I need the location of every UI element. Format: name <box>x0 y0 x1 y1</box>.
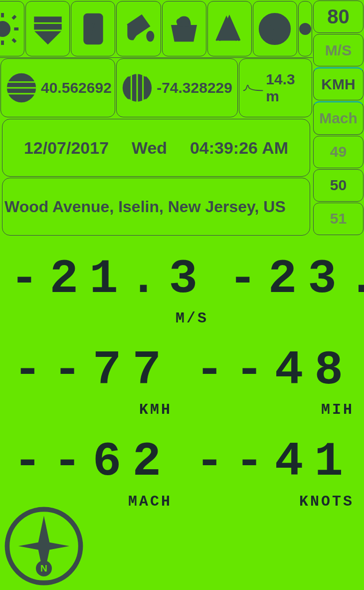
svg-point-12 <box>147 31 153 40</box>
svg-rect-9 <box>34 17 61 21</box>
coordinates-row: 40.562692 -74.328229 14.3 m <box>0 58 313 118</box>
svg-point-17 <box>300 23 311 34</box>
svg-point-13 <box>178 19 182 24</box>
readout-row: --77 KMH --48 MIH <box>10 342 354 433</box>
svg-rect-14 <box>182 19 187 24</box>
readout-ms: -21.3 <box>10 251 208 308</box>
address-row[interactable]: Wood Avenue, Iselin, New Jersey, US <box>2 178 310 236</box>
readout-kmh-unit: KMH <box>10 401 172 418</box>
bucket-icon[interactable] <box>116 1 161 56</box>
altitude-value: 14.3 m <box>266 71 312 105</box>
readout-row: -21.3 M/S -23.2 Y/S <box>10 251 354 342</box>
longitude[interactable]: -74.328229 <box>116 58 238 117</box>
readout-mach: --62 <box>10 433 172 491</box>
unit-kmh[interactable]: KMH <box>313 67 364 100</box>
readout-knots-unit: KNOTS <box>192 493 354 510</box>
compass-n-label: N <box>40 563 47 574</box>
svg-line-7 <box>12 39 15 42</box>
speed-value[interactable]: 80 <box>313 0 364 33</box>
wheel-50[interactable]: 50 <box>313 169 364 202</box>
address-value: Wood Avenue, Iselin, New Jersey, US <box>4 198 286 216</box>
speed-selector: 80 M/S KMH Mach 49 50 51 <box>313 0 364 236</box>
svg-point-16 <box>273 36 276 39</box>
readout-mih-unit: MIH <box>192 401 354 418</box>
speed-readouts: -21.3 M/S -23.2 Y/S --77 KMH --48 MIH --… <box>0 251 364 525</box>
readout-ys-unit: Y/S <box>228 310 364 327</box>
globe-lat-icon <box>4 70 39 105</box>
readout-ys: -23.2 <box>228 251 364 308</box>
unit-mach[interactable]: Mach <box>313 101 364 134</box>
readout-mih: --48 <box>192 342 354 399</box>
dropdown-icon[interactable] <box>25 1 70 56</box>
compass[interactable]: N <box>4 506 84 586</box>
latitude-value: 40.562692 <box>41 79 112 96</box>
wheel-51[interactable]: 51 <box>313 203 364 235</box>
clock-icon[interactable] <box>298 1 312 56</box>
wheel-49[interactable]: 49 <box>313 136 364 168</box>
phone-bolt-icon[interactable] <box>71 1 115 56</box>
date-value: 12/07/2017 <box>24 138 109 158</box>
readout-kmh: --77 <box>10 342 172 399</box>
day-value: Wed <box>132 138 167 158</box>
font-icon[interactable] <box>207 1 252 56</box>
altitude-icon <box>242 78 264 98</box>
readout-ms-unit: M/S <box>10 310 208 327</box>
readout-knots: --41 <box>192 433 354 491</box>
unit-ms[interactable]: M/S <box>313 34 364 66</box>
svg-line-5 <box>12 15 15 18</box>
svg-point-0 <box>0 21 9 36</box>
altitude[interactable]: 14.3 m <box>239 58 312 117</box>
datetime-row[interactable]: 12/07/2017 Wed 04:39:26 AM <box>2 119 310 177</box>
sun-icon[interactable] <box>0 1 24 56</box>
time-value: 04:39:26 AM <box>190 138 288 158</box>
svg-rect-10 <box>34 24 61 29</box>
basket-icon[interactable] <box>162 1 206 56</box>
help-icon[interactable] <box>253 1 297 56</box>
globe-lon-icon <box>120 70 155 105</box>
toolbar <box>0 0 313 58</box>
latitude[interactable]: 40.562692 <box>0 58 115 117</box>
longitude-value: -74.328229 <box>157 79 232 96</box>
